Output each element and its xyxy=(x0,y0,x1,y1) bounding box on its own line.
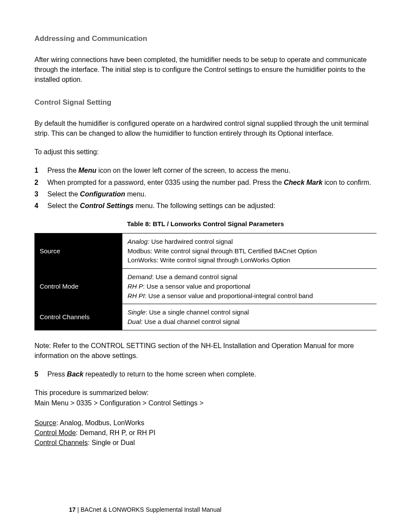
list-item: 3 Select the Configuration menu. xyxy=(34,189,377,199)
paragraph: Source: Analog, Modbus, LonWorks Control… xyxy=(34,418,377,448)
list-number: 1 xyxy=(34,165,47,175)
heading-addressing: Addressing and Communication xyxy=(34,34,377,44)
list-item: 4 Select the Control Settings menu. The … xyxy=(34,201,377,211)
table-row: Source Analog: Use hardwired control sig… xyxy=(34,233,377,268)
table-row: Control Mode Demand: Use a demand contro… xyxy=(34,269,377,304)
list-item: 2 When prompted for a password, enter 03… xyxy=(34,177,377,187)
list-number: 4 xyxy=(34,201,47,211)
list-number: 2 xyxy=(34,177,47,187)
parameters-table: Source Analog: Use hardwired control sig… xyxy=(34,233,377,330)
list-body: Press Back repeatedly to return to the h… xyxy=(47,369,377,379)
row-header: Control Channels xyxy=(34,304,122,330)
ordered-list: 1 Press the Menu icon on the lower left … xyxy=(34,165,377,211)
list-number: 5 xyxy=(34,369,47,379)
ordered-list: 5 Press Back repeatedly to return to the… xyxy=(34,369,377,379)
paragraph: This procedure is summarized below: Main… xyxy=(34,388,377,408)
list-item: 5 Press Back repeatedly to return to the… xyxy=(34,369,377,379)
row-header: Source xyxy=(34,233,122,268)
note-paragraph: Note: Refer to the CONTROL SETTING secti… xyxy=(34,341,377,361)
row-header: Control Mode xyxy=(34,269,122,304)
list-body: Press the Menu icon on the lower left co… xyxy=(47,165,377,175)
list-body: Select the Configuration menu. xyxy=(47,189,377,199)
paragraph: After wiring connections have been compl… xyxy=(34,55,377,85)
table-caption: Table 8: BTL / Lonworks Control Signal P… xyxy=(34,219,377,229)
page-number: 17 xyxy=(69,506,76,513)
list-number: 3 xyxy=(34,189,47,199)
row-cell: Demand: Use a demand control signal RH P… xyxy=(122,269,377,304)
table-row: Control Channels Single: Use a single ch… xyxy=(34,304,377,330)
list-body: Select the Control Settings menu. The fo… xyxy=(47,201,377,211)
heading-control-signal: Control Signal Setting xyxy=(34,97,377,108)
list-item: 1 Press the Menu icon on the lower left … xyxy=(34,165,377,175)
row-cell: Analog: Use hardwired control signal Mod… xyxy=(122,233,377,268)
paragraph: To adjust this setting: xyxy=(34,147,377,157)
page-footer: 17 | BACnet & LONWORKS Supplemental Inst… xyxy=(69,505,221,514)
row-cell: Single: Use a single channel control sig… xyxy=(122,304,377,330)
paragraph: By default the humidifier is configured … xyxy=(34,118,377,138)
list-body: When prompted for a password, enter 0335… xyxy=(47,177,377,187)
